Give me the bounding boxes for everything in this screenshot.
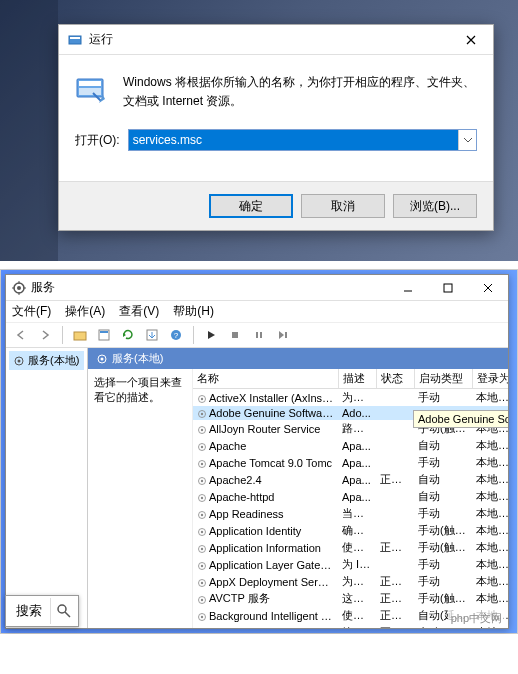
col-logon[interactable]: 登录为 — [472, 369, 508, 389]
col-startup[interactable]: 启动类型 — [414, 369, 472, 389]
back-icon[interactable] — [12, 326, 30, 344]
cell-logon: 本地系统 — [472, 539, 508, 556]
cell-desc: 控制... — [338, 624, 376, 628]
service-row[interactable]: ActiveX Installer (AxInstSV)为从...手动本地系统 — [193, 389, 508, 407]
service-row[interactable]: Application Information使用...正在...手动(触发..… — [193, 539, 508, 556]
run-app-icon — [67, 32, 83, 48]
restart-icon[interactable] — [274, 326, 292, 344]
cell-status — [376, 522, 414, 539]
service-row[interactable]: AppX Deployment Servic...为部...正在...手动本地系… — [193, 573, 508, 590]
svg-point-39 — [201, 497, 203, 499]
svg-point-64 — [58, 605, 66, 613]
menu-view[interactable]: 查看(V) — [119, 303, 159, 320]
export-icon[interactable] — [143, 326, 161, 344]
stop-icon[interactable] — [226, 326, 244, 344]
forward-icon[interactable] — [36, 326, 54, 344]
run-button-row: 确定 取消 浏览(B)... — [59, 181, 493, 230]
svg-point-23 — [18, 359, 21, 362]
minimize-button[interactable] — [388, 275, 428, 301]
cell-startup: 手动 — [414, 556, 472, 573]
service-row[interactable]: ApacheApa...自动本地系统 — [193, 437, 508, 454]
close-button[interactable] — [468, 275, 508, 301]
desktop-background-bottom: 服务 文件(F) 操作(A) 查看(V) 帮助(H) ? — [0, 269, 518, 634]
col-status[interactable]: 状态 — [376, 369, 414, 389]
service-row[interactable]: Apache2.4Apa...正在...自动本地系统 — [193, 471, 508, 488]
run-input[interactable] — [129, 130, 458, 150]
refresh-icon[interactable] — [119, 326, 137, 344]
cell-status — [376, 420, 414, 437]
run-large-icon — [75, 73, 107, 105]
tree-item-services-local[interactable]: 服务(本地) — [9, 351, 84, 370]
service-row[interactable]: Application Layer Gatew...为 In...手动本地服务 — [193, 556, 508, 573]
cell-startup: 自动 — [414, 437, 472, 454]
svg-point-37 — [201, 480, 203, 482]
svg-rect-19 — [260, 332, 262, 338]
search-label: 搜索 — [8, 598, 50, 624]
col-desc[interactable]: 描述 — [338, 369, 376, 389]
open-label: 打开(O): — [75, 132, 120, 149]
dropdown-arrow-icon[interactable] — [458, 130, 476, 150]
cell-desc: 使用... — [338, 539, 376, 556]
search-overlay: 搜索 — [5, 595, 79, 627]
svg-point-51 — [201, 598, 203, 600]
watermark: php中文网 — [448, 610, 505, 627]
svg-rect-9 — [74, 332, 86, 340]
svg-point-7 — [17, 286, 21, 290]
cell-desc: Apa... — [338, 437, 376, 454]
cell-name: Adobe Genuine Software... — [193, 406, 338, 420]
menu-help[interactable]: 帮助(H) — [173, 303, 214, 320]
cancel-button[interactable]: 取消 — [301, 194, 385, 218]
tooltip: Adobe Genuine Software Integrity Service — [413, 410, 508, 428]
search-button[interactable] — [50, 598, 76, 624]
cell-desc: Apa... — [338, 488, 376, 505]
properties-icon[interactable] — [95, 326, 113, 344]
cell-desc: 使用... — [338, 607, 376, 624]
desktop-background-top: 运行 Windows 将根据你所输入的名称，为你打开相应的程序、文件夹、文档或 … — [0, 0, 518, 261]
cell-logon: 本地系统 — [472, 505, 508, 522]
run-combobox[interactable] — [128, 129, 477, 151]
col-name[interactable]: 名称 — [193, 369, 338, 389]
cell-desc: 为从... — [338, 389, 376, 407]
cell-status — [376, 437, 414, 454]
svg-rect-18 — [256, 332, 258, 338]
cell-name: AllJoyn Router Service — [193, 420, 338, 437]
play-icon[interactable] — [202, 326, 220, 344]
cell-name: Application Information — [193, 539, 338, 556]
folder-icon[interactable] — [71, 326, 89, 344]
cell-desc: Apa... — [338, 454, 376, 471]
svg-point-45 — [201, 548, 203, 550]
service-row[interactable]: AVCTP 服务这是...正在...手动(触发...本地服务 — [193, 590, 508, 607]
cell-desc: 为部... — [338, 573, 376, 590]
column-header-row: 名称 描述 状态 启动类型 登录为 — [193, 369, 508, 389]
svg-point-27 — [201, 398, 203, 400]
cell-name: Apache2.4 — [193, 471, 338, 488]
pause-icon[interactable] — [250, 326, 268, 344]
cell-startup: 手动(触发... — [414, 522, 472, 539]
cell-status — [376, 505, 414, 522]
service-row[interactable]: Application Identity确定...手动(触发...本地服务 — [193, 522, 508, 539]
service-row[interactable]: Apache Tomcat 9.0 TomcApa...手动本地系统 — [193, 454, 508, 471]
ok-button[interactable]: 确定 — [209, 194, 293, 218]
svg-rect-11 — [100, 331, 108, 333]
menu-action[interactable]: 操作(A) — [65, 303, 105, 320]
help-icon[interactable]: ? — [167, 326, 185, 344]
maximize-button[interactable] — [428, 275, 468, 301]
services-list[interactable]: Adobe Genuine Software Integrity Service… — [193, 369, 508, 628]
service-row[interactable]: Apache-httpdApa...自动本地系统 — [193, 488, 508, 505]
cell-logon: 本地服务 — [472, 556, 508, 573]
svg-marker-16 — [208, 331, 215, 339]
browse-button[interactable]: 浏览(B)... — [393, 194, 477, 218]
services-window: 服务 文件(F) 操作(A) 查看(V) 帮助(H) ? — [5, 274, 509, 629]
service-row[interactable]: App Readiness当用...手动本地系统 — [193, 505, 508, 522]
cell-logon: 本地系统 — [472, 454, 508, 471]
cell-logon: 本地服务 — [472, 590, 508, 607]
search-icon — [56, 603, 72, 619]
cell-status: 正在... — [376, 471, 414, 488]
cell-name: Application Identity — [193, 522, 338, 539]
menu-file[interactable]: 文件(F) — [12, 303, 51, 320]
close-button[interactable] — [449, 25, 493, 55]
cell-logon: 本地系统 — [472, 389, 508, 407]
services-title: 服务 — [31, 279, 388, 296]
services-panel-header: 服务(本地) — [88, 348, 508, 369]
toolbar: ? — [6, 323, 508, 348]
